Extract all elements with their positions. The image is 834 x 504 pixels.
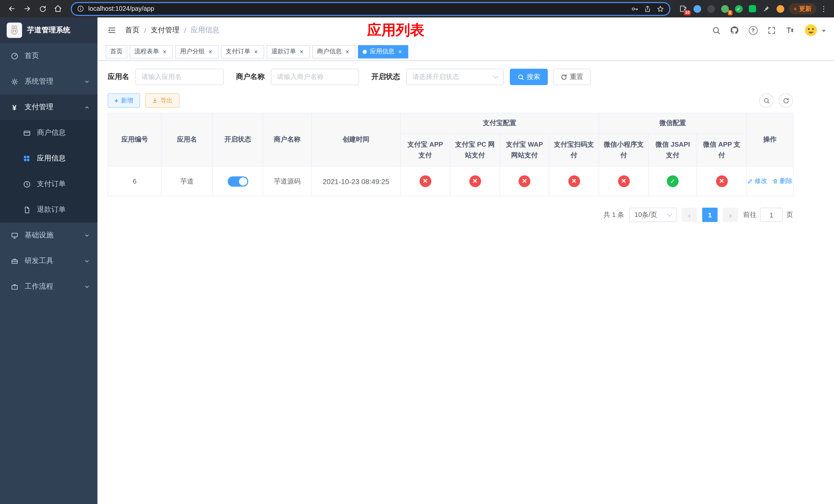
close-icon[interactable]: × [253, 48, 260, 55]
search-icon[interactable] [711, 25, 721, 36]
sidebar-item-label: 商户信息 [37, 128, 66, 137]
extensions-puzzle-icon[interactable]: 10 [679, 4, 688, 13]
sidebar-item-app-info[interactable]: 应用信息 [0, 145, 97, 171]
close-icon[interactable]: × [344, 48, 351, 55]
sidebar-item-refund-order[interactable]: 退款订单 [0, 197, 97, 223]
user-avatar[interactable] [803, 23, 826, 38]
site-info-icon[interactable] [77, 5, 84, 12]
sidebar-item-devtools[interactable]: 研发工具 [0, 248, 97, 274]
breadcrumb-payment[interactable]: 支付管理 [151, 26, 179, 35]
col-merchant-name: 商户名称 [263, 113, 312, 166]
tab-flow-form[interactable]: 流程表单× [130, 45, 173, 58]
button-label: 新增 [121, 96, 133, 105]
extension-icon-green-check[interactable]: ✓ [734, 4, 743, 13]
status-select[interactable]: 请选择开启状态 [406, 69, 504, 85]
refresh-table-button[interactable] [778, 93, 793, 108]
tab-label: 流程表单 [134, 47, 159, 56]
sidebar-item-home[interactable]: 首页 [0, 43, 97, 69]
tab-merchant-info[interactable]: 商户信息× [312, 45, 355, 58]
extension-icon-face[interactable] [775, 4, 785, 13]
export-button[interactable]: 导出 [145, 93, 179, 108]
tab-label: 退款订单 [271, 47, 296, 56]
cell-wx-app [697, 166, 747, 196]
breadcrumb-home[interactable]: 首页 [125, 26, 139, 35]
bookmark-star-icon[interactable] [657, 5, 664, 13]
browser-menu-icon[interactable]: ⋮ [819, 2, 829, 15]
active-dot [363, 49, 367, 53]
close-icon[interactable]: × [207, 48, 214, 55]
cell-status [213, 166, 263, 196]
close-icon[interactable]: × [298, 48, 305, 55]
extension-icon-pin[interactable] [762, 4, 771, 13]
goto-page-input[interactable]: 1 [760, 208, 783, 222]
config-status-icon [618, 175, 630, 187]
cell-alipay-app [400, 166, 450, 196]
goto-page: 前往 1 页 [743, 208, 793, 222]
status-label: 开启状态 [371, 72, 400, 82]
home-icon[interactable] [51, 2, 65, 15]
share-icon[interactable] [644, 5, 652, 13]
tab-refund-order[interactable]: 退款订单× [267, 45, 310, 58]
sidebar-item-system[interactable]: 系统管理 [0, 69, 97, 94]
reset-button[interactable]: 重置 [553, 69, 591, 85]
app-name-label: 应用名 [108, 72, 129, 82]
sidebar-item-label: 系统管理 [25, 77, 53, 86]
chevron-down-icon [667, 211, 672, 216]
password-key-icon[interactable] [631, 5, 639, 13]
config-status-icon [568, 175, 580, 187]
gear-icon [10, 78, 19, 85]
sidebar-item-infrastructure[interactable]: 基础设施 [0, 223, 97, 248]
extension-icon-blue[interactable] [693, 4, 702, 13]
screen: localhost:1024/pay/app 10 [0, 0, 834, 504]
extension-icon-dark[interactable] [706, 4, 716, 13]
extension-icon-green-badged[interactable]: 1 [720, 4, 729, 13]
page-number-1[interactable]: 1 [702, 208, 718, 222]
cell-wx-jsapi [649, 166, 697, 196]
tab-pay-order[interactable]: 支付订单× [221, 45, 264, 58]
toggle-search-button[interactable] [759, 93, 773, 108]
github-icon[interactable] [729, 25, 740, 36]
page-size-select[interactable]: 10条/页 [629, 208, 677, 222]
cell-merchant-name: 芋道源码 [263, 166, 312, 196]
close-icon[interactable]: × [161, 48, 168, 55]
delete-button[interactable]: 删除 [772, 177, 792, 186]
help-icon[interactable]: ? [748, 25, 758, 36]
extension-icon-wechat-devtools[interactable] [748, 4, 757, 13]
url-text: localhost:1024/pay/app [88, 5, 154, 12]
add-button[interactable]: + 新增 [108, 93, 140, 108]
button-label: 搜索 [527, 72, 540, 82]
browser-update-button[interactable]: 更新 [789, 3, 816, 14]
close-icon[interactable]: × [396, 48, 404, 55]
tab-user-group[interactable]: 用户分组× [175, 45, 219, 58]
fullscreen-icon[interactable] [766, 25, 776, 36]
next-page-button[interactable]: › [723, 208, 738, 222]
prev-page-button[interactable]: ‹ [682, 208, 697, 222]
hamburger-icon[interactable] [106, 24, 118, 37]
chevron-down-icon [84, 232, 90, 238]
chevron-down-icon [84, 284, 90, 290]
pay-order-icon [23, 180, 31, 188]
tab-home[interactable]: 首页 [106, 45, 127, 58]
edit-button[interactable]: 修改 [747, 177, 767, 186]
sidebar-item-merchant-info[interactable]: 商户信息 [0, 120, 97, 145]
merchant-name-input[interactable]: 请输入商户名称 [271, 69, 359, 85]
col-app-name: 应用名 [161, 113, 213, 166]
toolbar-right [759, 93, 793, 108]
font-size-icon[interactable] [785, 25, 795, 36]
sidebar-item-workflow[interactable]: 工作流程 [0, 274, 97, 299]
search-button[interactable]: 搜索 [510, 69, 548, 85]
sidebar-item-pay-order[interactable]: 支付订单 [0, 171, 97, 197]
sidebar-item-label: 支付管理 [25, 102, 53, 112]
app-name-input[interactable]: 请输入应用名 [135, 69, 224, 85]
forward-icon[interactable] [21, 2, 34, 15]
address-bar[interactable]: localhost:1024/pay/app [71, 2, 671, 16]
logo-bunny-icon [7, 23, 22, 38]
tab-app-info[interactable]: 应用信息× [358, 45, 408, 58]
config-status-icon [419, 175, 431, 187]
reload-icon[interactable] [36, 2, 49, 15]
back-icon[interactable] [5, 2, 19, 15]
sidebar-item-payment[interactable]: ¥ 支付管理 [0, 94, 97, 120]
update-alert-dot [794, 7, 796, 10]
app-window: 芋道管理系统 首页 系统管理 [0, 18, 834, 504]
status-toggle[interactable] [227, 176, 248, 186]
